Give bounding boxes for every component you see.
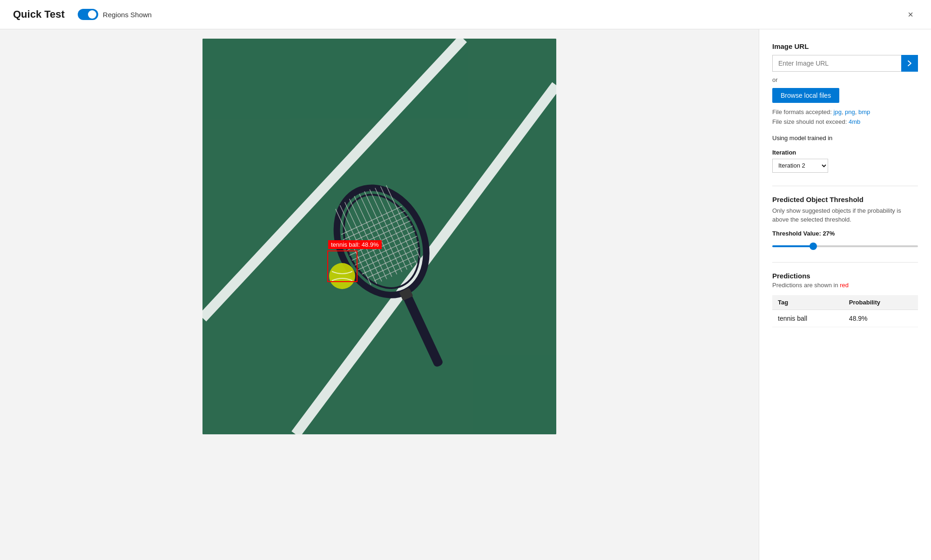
file-size-link[interactable]: 4mb: [849, 118, 860, 125]
sidebar: Image URL or Browse local files File for…: [759, 29, 931, 560]
probability-cell: 48.9%: [843, 310, 918, 327]
predictions-table-header: Tag Probability: [772, 295, 918, 310]
app-container: Quick Test Regions Shown ×: [0, 0, 931, 560]
predictions-title: Predictions: [772, 272, 918, 280]
file-size-line: File size should not exceed: 4mb: [772, 117, 918, 127]
jpg-link[interactable]: jpg: [834, 108, 842, 115]
table-header-row: Tag Probability: [772, 295, 918, 310]
predictions-color-word: red: [840, 282, 849, 289]
sidebar-divider-1: [772, 186, 918, 186]
main-content: tennis ball: 48.9% Image URL or: [0, 29, 931, 560]
url-submit-button[interactable]: [901, 55, 918, 72]
detection-label: tennis ball: 48.9%: [328, 240, 382, 249]
using-model-text: Using model trained in: [772, 135, 918, 142]
file-info: File formats accepted: jpg, png, bmp Fil…: [772, 108, 918, 127]
iteration-label: Iteration: [772, 149, 918, 156]
tag-cell: tennis ball: [772, 310, 843, 327]
predictions-section: Predictions Predictions are shown in red…: [772, 272, 918, 327]
col-probability: Probability: [843, 295, 918, 310]
bmp-link[interactable]: bmp: [858, 108, 870, 115]
predictions-table: Tag Probability tennis ball 48.9%: [772, 295, 918, 327]
predictions-desc: Predictions are shown in red: [772, 282, 918, 289]
header: Quick Test Regions Shown ×: [0, 0, 931, 29]
image-url-section: Image URL or Browse local files File for…: [772, 42, 918, 142]
close-button[interactable]: ×: [903, 7, 918, 22]
predictions-desc-prefix: Predictions are shown in: [772, 282, 838, 289]
toggle-label: Regions Shown: [103, 11, 152, 19]
predictions-table-body: tennis ball 48.9%: [772, 310, 918, 327]
iteration-select[interactable]: Iteration 1 Iteration 2 Iteration 3: [772, 159, 828, 173]
file-formats-line: File formats accepted: jpg, png, bmp: [772, 108, 918, 117]
tennis-image: tennis ball: 48.9%: [202, 39, 556, 434]
slider-container: [772, 241, 918, 249]
threshold-desc: Only show suggested objects if the proba…: [772, 206, 918, 224]
threshold-value-prefix: Threshold Value:: [772, 230, 821, 237]
arrow-right-icon: [905, 59, 914, 67]
image-area: tennis ball: 48.9%: [0, 29, 759, 560]
threshold-section: Predicted Object Threshold Only show sug…: [772, 196, 918, 249]
col-tag: Tag: [772, 295, 843, 310]
threshold-slider[interactable]: [772, 245, 918, 247]
page-title: Quick Test: [13, 8, 65, 20]
image-wrapper: tennis ball: 48.9%: [202, 39, 556, 434]
regions-toggle[interactable]: [78, 9, 98, 20]
browse-local-files-button[interactable]: Browse local files: [772, 88, 839, 103]
threshold-value: 27%: [823, 230, 835, 237]
threshold-title: Predicted Object Threshold: [772, 196, 918, 203]
image-url-input[interactable]: [772, 55, 901, 72]
file-formats-text: File formats accepted:: [772, 108, 832, 115]
file-size-text: File size should not exceed:: [772, 118, 847, 125]
regions-toggle-container: Regions Shown: [78, 9, 152, 20]
table-row: tennis ball 48.9%: [772, 310, 918, 327]
or-text: or: [772, 76, 918, 83]
threshold-value-label: Threshold Value: 27%: [772, 230, 918, 237]
image-url-title: Image URL: [772, 42, 918, 50]
png-link[interactable]: png: [845, 108, 855, 115]
sidebar-divider-2: [772, 262, 918, 263]
detection-box: tennis ball: 48.9%: [327, 250, 358, 282]
iteration-section: Iteration Iteration 1 Iteration 2 Iterat…: [772, 149, 918, 173]
url-input-row: [772, 55, 918, 72]
court-svg: [202, 39, 556, 434]
